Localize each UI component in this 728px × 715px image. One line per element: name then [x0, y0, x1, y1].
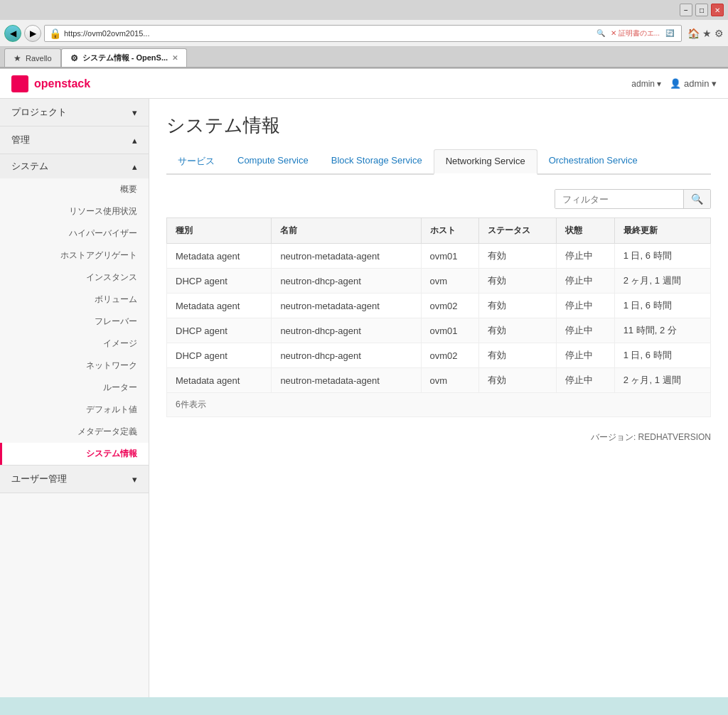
- cell-host: ovm: [421, 269, 479, 294]
- cell-host: ovm02: [421, 294, 479, 318]
- minimize-button[interactable]: −: [680, 4, 692, 16]
- tab-networking[interactable]: Networking Service: [434, 149, 537, 175]
- table-footer: 6件表示: [166, 393, 711, 417]
- table-row: DHCP agentneutron-dhcp-agentovm有効停止中2 ヶ月…: [167, 269, 711, 294]
- user-mgmt-chevron: ▾: [132, 474, 137, 485]
- close-button[interactable]: ✕: [711, 4, 724, 16]
- table-count: 6件表示: [176, 399, 206, 409]
- address-bar[interactable]: 🔒 https://ovm02ovm2015... 🔍 ✕ 証明書のエ... 🔄: [44, 25, 682, 42]
- sidebar-admin-label: 管理: [11, 134, 30, 146]
- user-menu-button[interactable]: 👤 admin ▾: [670, 78, 717, 89]
- sidebar-projects-header[interactable]: プロジェクト ▾: [0, 99, 149, 126]
- cell-state: 停止中: [556, 244, 614, 269]
- cell-updated: 1 日, 6 時間: [614, 294, 710, 318]
- cell-updated: 2 ヶ月, 1 週間: [614, 269, 710, 294]
- col-header-status: ステータス: [479, 218, 557, 244]
- cell-status: 有効: [479, 343, 557, 368]
- tab-block-storage[interactable]: Block Storage Service: [320, 149, 434, 175]
- cell-host: ovm01: [421, 244, 479, 269]
- browser-tab-sysinfo[interactable]: ⚙ システム情報 - OpenS... ✕: [61, 48, 187, 67]
- table-header-row: 種別 名前 ホスト ステータス 状態 最終更新: [167, 218, 711, 244]
- sysinfo-tab-close[interactable]: ✕: [172, 54, 178, 62]
- cell-status: 有効: [479, 368, 557, 393]
- logo-text: openstack: [34, 77, 90, 90]
- cell-type: Metadata agent: [167, 294, 272, 318]
- maximize-button[interactable]: □: [695, 4, 708, 16]
- ravello-tab-label: Ravello: [26, 54, 52, 63]
- cert-warning[interactable]: ✕ 証明書のエ...: [608, 28, 663, 38]
- address-search-icon[interactable]: 🔍: [594, 29, 608, 37]
- browser-chrome: − □ ✕ ◀ ▶ 🔒 https://ovm02ovm2015... 🔍 ✕ …: [0, 0, 728, 69]
- cell-type: DHCP agent: [167, 343, 272, 368]
- sidebar-projects-label: プロジェクト: [11, 106, 67, 119]
- sidebar-item-networks[interactable]: ネットワーク: [0, 355, 149, 377]
- tab-services[interactable]: サービス: [166, 149, 226, 175]
- browser-tabs-bar: ★ Ravello ⚙ システム情報 - OpenS... ✕: [0, 47, 728, 68]
- cell-name: neutron-dhcp-agent: [272, 343, 421, 368]
- cell-status: 有効: [479, 318, 557, 343]
- favorites-icon[interactable]: ★: [702, 28, 712, 39]
- sidebar-item-host-aggregates[interactable]: ホストアグリゲート: [0, 244, 149, 267]
- sidebar-item-volumes[interactable]: ボリューム: [0, 289, 149, 311]
- cell-updated: 11 時間, 2 分: [614, 318, 710, 343]
- header-right: admin ▾ 👤 admin ▾: [631, 78, 717, 89]
- sidebar-system-label: システム: [11, 160, 48, 173]
- version-info: バージョン: REDHATVERSION: [166, 431, 711, 443]
- col-header-state: 状態: [556, 218, 614, 244]
- table-row: DHCP agentneutron-dhcp-agentovm01有効停止中11…: [167, 318, 711, 343]
- page-title: システム情報: [166, 113, 711, 138]
- tab-compute[interactable]: Compute Service: [226, 149, 320, 175]
- forward-button[interactable]: ▶: [24, 25, 41, 42]
- table-row: Metadata agentneutron-metadata-agentovm0…: [167, 294, 711, 318]
- sidebar-item-sysinfo[interactable]: システム情報: [0, 443, 149, 465]
- app-wrapper: openstack admin ▾ 👤 admin ▾ プロジェクト ▾ 管理: [0, 69, 728, 697]
- back-button[interactable]: ◀: [4, 25, 21, 42]
- sidebar-item-flavors[interactable]: フレーバー: [0, 311, 149, 333]
- cell-state: 停止中: [556, 343, 614, 368]
- cell-type: DHCP agent: [167, 318, 272, 343]
- filter-input[interactable]: [555, 190, 683, 208]
- tabs-nav: サービス Compute Service Block Storage Servi…: [166, 149, 711, 175]
- admin-menu-button[interactable]: admin ▾: [631, 79, 661, 89]
- browser-tab-ravello[interactable]: ★ Ravello: [4, 48, 61, 67]
- sidebar-item-defaults[interactable]: デフォルト値: [0, 399, 149, 421]
- col-header-name: 名前: [272, 218, 421, 244]
- sidebar-item-hypervisors[interactable]: ハイパーバイザー: [0, 222, 149, 244]
- cell-status: 有効: [479, 269, 557, 294]
- system-chevron: ▴: [132, 161, 137, 172]
- sidebar-item-instances[interactable]: インスタンス: [0, 267, 149, 289]
- sidebar-system-subsection[interactable]: システム ▴: [0, 154, 149, 178]
- sidebar-user-mgmt-label: ユーザー管理: [11, 473, 67, 485]
- logo-square: [11, 75, 28, 92]
- table-row: Metadata agentneutron-metadata-agentovm0…: [167, 244, 711, 269]
- sidebar-item-images[interactable]: イメージ: [0, 333, 149, 355]
- sidebar-item-overview[interactable]: 概要: [0, 178, 149, 200]
- sidebar-item-metadata[interactable]: メタデータ定義: [0, 421, 149, 443]
- cell-type: Metadata agent: [167, 368, 272, 393]
- sidebar-item-routers[interactable]: ルーター: [0, 377, 149, 399]
- main-content: システム情報 サービス Compute Service Block Storag…: [149, 99, 728, 697]
- refresh-btn[interactable]: 🔄: [663, 29, 677, 37]
- settings-icon[interactable]: ⚙: [714, 28, 724, 39]
- tab-orchestration[interactable]: Orchestration Service: [537, 149, 649, 175]
- cell-updated: 1 日, 6 時間: [614, 244, 710, 269]
- home-icon[interactable]: 🏠: [687, 28, 700, 39]
- cell-state: 停止中: [556, 318, 614, 343]
- table-row: Metadata agentneutron-metadata-agentovm有…: [167, 368, 711, 393]
- cell-state: 停止中: [556, 269, 614, 294]
- sidebar-item-resource-usage[interactable]: リソース使用状況: [0, 200, 149, 222]
- filter-search-button[interactable]: 🔍: [683, 190, 710, 208]
- cell-updated: 2 ヶ月, 1 週間: [614, 368, 710, 393]
- cell-status: 有効: [479, 244, 557, 269]
- sidebar: プロジェクト ▾ 管理 ▴ システム ▴ 概要 リ: [0, 99, 149, 697]
- cell-type: DHCP agent: [167, 269, 272, 294]
- app-body: プロジェクト ▾ 管理 ▴ システム ▴ 概要 リ: [0, 99, 728, 697]
- sidebar-admin-header[interactable]: 管理 ▴: [0, 127, 149, 154]
- cell-status: 有効: [479, 294, 557, 318]
- sysinfo-tab-label: システム情報 - OpenS...: [82, 53, 168, 63]
- toolbar-icons: 🏠 ★ ⚙: [687, 28, 724, 39]
- col-header-host: ホスト: [421, 218, 479, 244]
- title-bar: − □ ✕: [0, 0, 728, 20]
- col-header-type: 種別: [167, 218, 272, 244]
- sidebar-user-mgmt-header[interactable]: ユーザー管理 ▾: [0, 466, 149, 493]
